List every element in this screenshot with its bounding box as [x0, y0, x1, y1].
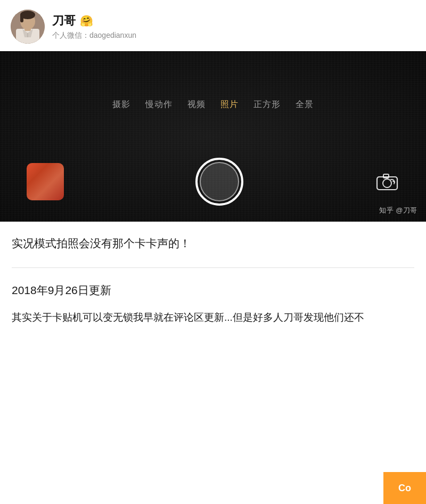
profile-section: 刀哥 🤗 个人微信：daogedianxun: [0, 0, 426, 51]
corner-watermark: Co: [383, 472, 426, 504]
camera-modes: 摄影 慢动作 视频 照片 正方形 全景: [0, 99, 426, 110]
camera-section: 摄影 慢动作 视频 照片 正方形 全景: [0, 51, 426, 222]
svg-rect-5: [20, 14, 23, 22]
wechat-label: 个人微信：: [52, 31, 89, 39]
profile-name: 刀哥: [52, 13, 76, 29]
camera-flip-icon: [375, 172, 399, 192]
profile-name-row: 刀哥 🤗: [52, 13, 136, 29]
camera-flip-button[interactable]: [375, 172, 399, 192]
camera-mode-square[interactable]: 正方形: [253, 99, 281, 110]
avatar: [11, 10, 45, 44]
content-area: 实况模式拍照会没有那个卡卡声的！ 2018年9月26日更新 其实关于卡贴机可以变…: [0, 222, 426, 337]
main-text: 实况模式拍照会没有那个卡卡声的！: [12, 234, 414, 253]
camera-mode-panorama[interactable]: 全景: [296, 99, 314, 110]
camera-mode-video[interactable]: 视频: [187, 99, 206, 110]
svg-point-9: [383, 179, 391, 188]
camera-controls: [0, 158, 426, 206]
camera-watermark: 知乎 @刀哥: [379, 206, 417, 215]
camera-shutter-button[interactable]: [195, 158, 243, 206]
camera-mode-photo[interactable]: 照片: [220, 99, 239, 110]
corner-watermark-text: Co: [398, 483, 411, 494]
divider: [12, 267, 414, 268]
profile-info: 刀哥 🤗 个人微信：daogedianxun: [52, 13, 136, 40]
camera-mode-shoot[interactable]: 摄影: [112, 99, 130, 110]
camera-thumbnail[interactable]: [27, 163, 64, 200]
camera-background: 摄影 慢动作 视频 照片 正方形 全景: [0, 51, 426, 222]
update-date: 2018年9月26日更新: [12, 283, 414, 298]
body-text: 其实关于卡贴机可以变无锁我早就在评论区更新...但是好多人刀哥发现他们还不: [12, 308, 414, 326]
profile-emoji: 🤗: [80, 14, 93, 27]
profile-wechat: 个人微信：daogedianxun: [52, 31, 136, 40]
wechat-id: daogedianxun: [89, 31, 136, 39]
camera-mode-slow[interactable]: 慢动作: [145, 99, 173, 110]
camera-shutter-inner: [200, 162, 239, 201]
